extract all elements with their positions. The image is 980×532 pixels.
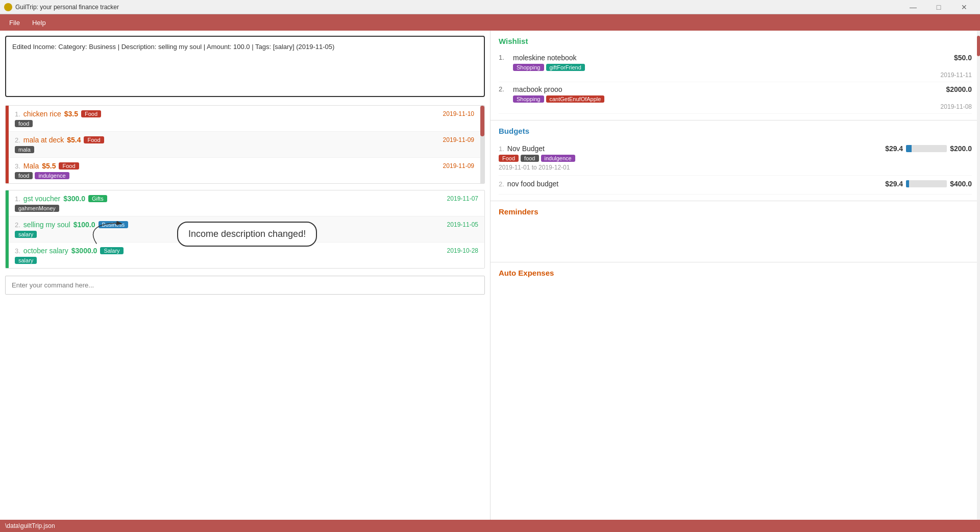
annotation-bubble: Income description changed!: [177, 222, 317, 247]
status-path: \data\guiltTrip.json: [5, 522, 55, 529]
budget-current-2: $29.4: [885, 180, 903, 188]
wishlist-date-1: 2019-11-11: [941, 71, 972, 79]
help-menu[interactable]: Help: [27, 17, 51, 29]
titlebar: GuilTrip: your personal finance tracker …: [0, 0, 980, 14]
command-input[interactable]: [12, 281, 478, 289]
income-tags-3: salary: [15, 257, 478, 264]
wishlist-content-1: moleskine notebook $50.0 Shopping giftFo…: [513, 54, 972, 79]
expenses-scroll-thumb: [480, 106, 484, 136]
budget-bar-fill-2: [906, 180, 909, 187]
income-tags-1: gahmenMoney: [15, 205, 478, 212]
command-input-area[interactable]: [5, 276, 485, 295]
wishlist-name-2: macbook prooo: [513, 85, 562, 93]
budget-tag-food-lower: food: [521, 155, 538, 162]
budgets-section: Budgets 1. Nov Budget $29.4 $200.0: [491, 120, 980, 201]
budget-bar-fill-1: [906, 145, 912, 152]
budget-amounts-2: $29.4 $400.0: [885, 180, 972, 188]
expense-name-1: chicken rice: [23, 110, 61, 118]
expense-num-3: 3.: [15, 162, 20, 170]
expense-category-badge-1: Food: [81, 110, 101, 117]
expense-tags-2: mala: [15, 146, 474, 153]
budget-item-2[interactable]: 2. nov food budget $29.4 $400.0: [499, 176, 972, 195]
auto-expenses-title: Auto Expenses: [499, 269, 972, 277]
expense-amount-3: $5.5: [42, 162, 56, 170]
expense-category-badge-3: Food: [59, 162, 79, 170]
expense-amount-1: $3.5: [64, 110, 78, 118]
window-controls: — □ ✕: [901, 0, 976, 14]
history-text: Edited Income: Category: Business | Desc…: [12, 43, 334, 51]
income-num-2: 2.: [15, 221, 20, 229]
wishlist-title: Wishlist: [499, 37, 972, 45]
budget-current-1: $29.4: [885, 144, 903, 153]
expense-num-2: 2.: [15, 136, 20, 144]
expenses-scrollbar[interactable]: [480, 106, 484, 183]
budget-amounts-1: $29.4 $200.0: [885, 144, 972, 153]
wishlist-item-1[interactable]: 1. moleskine notebook $50.0 Shopping gif…: [499, 51, 972, 82]
wishlist-item-2[interactable]: 2. macbook prooo $2000.0 Shopping cantGe…: [499, 82, 972, 114]
expense-item-3[interactable]: 3. Mala $5.5 Food 2019-11-09 food indulg…: [9, 158, 480, 183]
budget-bar-2: [906, 180, 947, 187]
budget-item-1[interactable]: 1. Nov Budget $29.4 $200.0 Food food ind…: [499, 140, 972, 176]
expense-tags-1: food: [15, 120, 474, 127]
income-num-3: 3.: [15, 247, 20, 255]
expense-date-3: 2019-11-09: [443, 162, 474, 170]
income-section: 1. gst voucher $300.0 Gifts 2019-11-07 g…: [5, 190, 485, 269]
file-menu[interactable]: File: [4, 17, 25, 29]
expenses-section: 1. chicken rice $3.5 Food 2019-11-10 foo…: [5, 105, 485, 184]
budget-tag-food-cap: Food: [499, 155, 519, 162]
budget-tag-indulgence: indulgence: [541, 155, 575, 162]
wishlist-amount-2: $2000.0: [946, 85, 972, 93]
budget-max-1: $200.0: [950, 144, 972, 153]
income-tag-salary-3: salary: [15, 257, 37, 264]
reminders-title: Reminders: [499, 207, 972, 216]
budgets-scrollbar[interactable]: [977, 31, 980, 520]
expense-name-2: mala at deck: [23, 136, 64, 144]
auto-expenses-section: Auto Expenses: [491, 262, 980, 303]
income-content: 1. gst voucher $300.0 Gifts 2019-11-07 g…: [9, 190, 484, 268]
menubar: File Help: [0, 14, 980, 31]
wishlist-tags-1: Shopping giftForFriend: [513, 64, 972, 71]
history-area: Edited Income: Category: Business | Desc…: [5, 36, 485, 97]
budget-bar-1: [906, 145, 947, 152]
expense-name-3: Mala: [23, 162, 39, 170]
wishlist-num-2: 2.: [499, 85, 509, 93]
minimize-button[interactable]: —: [901, 0, 925, 14]
income-tag-salary-2: salary: [15, 231, 37, 238]
income-date-3: 2019-10-28: [447, 247, 478, 254]
budget-max-2: $400.0: [950, 180, 972, 188]
expense-tag-food-3: food: [15, 172, 33, 179]
budget-num-1: 1.: [499, 145, 504, 153]
budget-name-2: nov food budget: [507, 180, 558, 188]
wishlist-content-2: macbook prooo $2000.0 Shopping cantGetEn…: [513, 85, 972, 110]
main-layout: Edited Income: Category: Business | Desc…: [0, 31, 980, 520]
expense-date-1: 2019-11-10: [443, 110, 474, 117]
income-item-1[interactable]: 1. gst voucher $300.0 Gifts 2019-11-07 g…: [9, 190, 484, 216]
expense-tags-3: food indulgence: [15, 172, 474, 179]
budgets-title: Budgets: [499, 127, 972, 135]
right-panel: Wishlist 1. moleskine notebook $50.0 Sho…: [490, 31, 980, 520]
wishlist-tag-cantgetenuf-2: cantGetEnufOfApple: [546, 95, 605, 103]
expense-item-2[interactable]: 2. mala at deck $5.4 Food 2019-11-09 mal…: [9, 132, 480, 158]
wishlist-name-1: moleskine notebook: [513, 54, 577, 62]
app-title: GuilTrip: your personal finance tracker: [15, 4, 119, 11]
income-amount-2: $100.0: [74, 221, 95, 229]
budgets-scroll-thumb: [977, 36, 980, 56]
expense-tag-mala: mala: [15, 146, 34, 153]
expense-tag-indulgence-3: indulgence: [35, 172, 69, 179]
budget-name-1: Nov Budget: [507, 144, 545, 153]
maximize-button[interactable]: □: [927, 0, 950, 14]
wishlist-tags-2: Shopping cantGetEnufOfApple: [513, 95, 972, 103]
expense-num-1: 1.: [15, 110, 20, 118]
wishlist-section: Wishlist 1. moleskine notebook $50.0 Sho…: [491, 31, 980, 120]
income-amount-1: $300.0: [63, 195, 85, 203]
expense-date-2: 2019-11-09: [443, 136, 474, 143]
budget-tags-1: Food food indulgence: [499, 155, 972, 162]
expense-category-badge-2: Food: [84, 136, 104, 143]
expense-item-1[interactable]: 1. chicken rice $3.5 Food 2019-11-10 foo…: [9, 106, 480, 132]
income-category-badge-3: Salary: [100, 247, 123, 254]
income-item-2[interactable]: 2. selling my soul $100.0 Business 2019-…: [9, 216, 484, 243]
income-category-badge-1: Gifts: [88, 195, 107, 202]
income-date-1: 2019-11-07: [447, 195, 478, 202]
app-icon: [4, 3, 12, 11]
close-button[interactable]: ✕: [952, 0, 976, 14]
